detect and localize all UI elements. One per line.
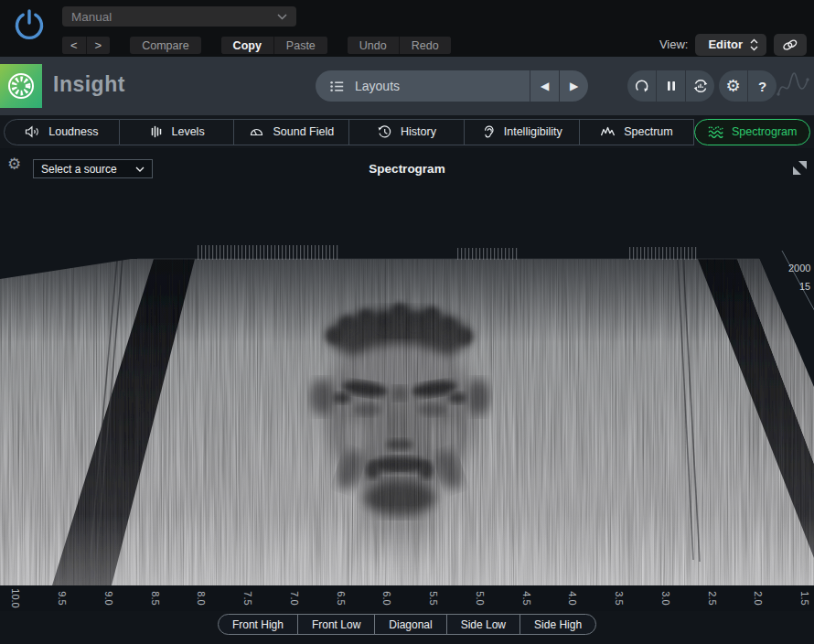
- time-tick-label: 4.0: [567, 591, 578, 605]
- time-tick-label: 9.0: [103, 591, 114, 605]
- izotope-logo: [0, 64, 42, 108]
- tab-label: History: [401, 125, 436, 138]
- source-value: Select a source: [41, 163, 135, 176]
- toolbar-buttons: < > Compare Copy Paste Undo Redo: [62, 37, 471, 54]
- view-dropdown[interactable]: Editor: [695, 34, 766, 56]
- view-value: Editor: [708, 38, 743, 51]
- gear-icon: ⚙: [7, 156, 21, 173]
- list-icon: [330, 80, 344, 92]
- undo-button[interactable]: Undo: [348, 37, 399, 54]
- spectrogram-waves-icon: [708, 124, 723, 140]
- source-dropdown[interactable]: Select a source: [33, 159, 153, 178]
- tab-history[interactable]: History: [349, 119, 465, 145]
- host-toolbar: Manual < > Compare Copy Paste Undo Redo: [0, 0, 814, 57]
- layout-prev-button[interactable]: ◀: [530, 70, 559, 102]
- freq-label-2000: 2000: [788, 263, 810, 274]
- time-tick-label: 3.0: [660, 591, 671, 605]
- preset-dropdown[interactable]: Manual: [62, 6, 296, 27]
- time-tick-label: 6.5: [335, 591, 346, 605]
- bottom-highlight: [0, 514, 814, 585]
- settings-button[interactable]: ⚙: [719, 70, 747, 102]
- compare-group: Compare: [130, 37, 200, 54]
- link-icon: [781, 38, 799, 51]
- redo-button[interactable]: Redo: [399, 37, 451, 54]
- side-high-button[interactable]: Side High: [519, 615, 595, 634]
- freq-label-1500: 15: [799, 281, 810, 292]
- tab-label: Sound Field: [273, 125, 334, 138]
- ear-icon: [481, 124, 496, 139]
- time-tick-label: 4.5: [520, 591, 531, 605]
- help-button[interactable]: ?: [748, 70, 777, 102]
- gear-icon: ⚙: [725, 78, 740, 94]
- time-tick-label: 3.5: [614, 591, 625, 605]
- time-tick-label: 6.0: [381, 591, 392, 605]
- loop-button[interactable]: [627, 70, 656, 102]
- forward-button[interactable]: >: [86, 37, 111, 54]
- time-tick-label: 5.5: [428, 591, 439, 605]
- reset-meters-button[interactable]: [686, 70, 714, 102]
- transport-controls: [627, 70, 714, 102]
- time-tick-label: 2.0: [753, 591, 764, 605]
- meter-tabbar: Loudness Levels Sound Field: [0, 115, 814, 148]
- settings-controls: ⚙ ?: [719, 70, 777, 102]
- front-low-button[interactable]: Front Low: [297, 615, 374, 634]
- layouts-label: Layouts: [355, 79, 530, 93]
- pause-button[interactable]: [657, 70, 685, 102]
- time-tick-label: 7.5: [242, 591, 253, 605]
- time-tick-label: 10.0: [10, 588, 21, 607]
- history-clock-icon: [377, 124, 392, 139]
- tab-spectrogram[interactable]: Spectrogram: [694, 119, 810, 145]
- pinwheel-icon: [6, 71, 36, 101]
- app-title: Insight: [53, 72, 125, 97]
- time-tick-label: 8.5: [149, 591, 160, 605]
- time-tick-label: 5.0: [475, 591, 486, 605]
- spectrogram-3d-view[interactable]: 2000 15: [0, 148, 814, 644]
- tab-label: Spectrogram: [732, 125, 798, 138]
- link-button[interactable]: [774, 34, 807, 56]
- copy-paste-group: Copy Paste: [221, 37, 327, 54]
- expand-icon: [792, 160, 808, 176]
- power-button[interactable]: [9, 5, 49, 46]
- time-tick-label: 9.5: [57, 591, 68, 605]
- tab-sound-field[interactable]: Sound Field: [234, 119, 349, 145]
- time-tick-label: 7.0: [289, 591, 300, 605]
- copy-button[interactable]: Copy: [221, 37, 273, 54]
- nav-group: < >: [62, 37, 110, 54]
- time-tick-label: 2.5: [706, 591, 717, 605]
- speaker-icon: [25, 124, 40, 139]
- panel-settings-button[interactable]: ⚙: [7, 156, 21, 172]
- time-axis: 10.0 9.5 9.0 8.5 8.0 7.5 7.0 6.5 6.0 5.5…: [0, 585, 814, 611]
- reset-meters-icon: [692, 78, 709, 94]
- tab-label: Intelligibility: [504, 125, 562, 138]
- tab-loudness[interactable]: Loudness: [4, 119, 120, 145]
- layout-next-button[interactable]: ▶: [560, 70, 588, 102]
- front-high-button[interactable]: Front High: [219, 615, 297, 634]
- paste-button[interactable]: Paste: [273, 37, 327, 54]
- time-tick-label: 1.5: [799, 591, 810, 605]
- insight-window: Manual < > Compare Copy Paste Undo Redo: [0, 0, 814, 644]
- scribble-signature-icon: [776, 70, 810, 101]
- back-button[interactable]: <: [62, 37, 86, 54]
- tab-intelligibility[interactable]: Intelligibility: [465, 119, 580, 145]
- time-tick-label: 8.0: [196, 591, 207, 605]
- view-angle-group: Front High Front Low Diagonal Side Low S…: [218, 614, 596, 635]
- pause-icon: [663, 78, 680, 94]
- help-icon: ?: [758, 79, 766, 94]
- diagonal-button[interactable]: Diagonal: [374, 615, 445, 634]
- tab-label: Loudness: [48, 125, 98, 138]
- undo-redo-group: Undo Redo: [348, 37, 451, 54]
- tab-spectrum[interactable]: Spectrum: [580, 119, 695, 145]
- side-low-button[interactable]: Side Low: [446, 615, 519, 634]
- compare-button[interactable]: Compare: [130, 37, 200, 54]
- top-shade: [0, 259, 814, 343]
- tab-levels[interactable]: Levels: [120, 119, 235, 145]
- chevron-down-icon: [135, 166, 145, 172]
- level-bars-icon: [149, 124, 164, 139]
- expand-button[interactable]: [791, 160, 808, 177]
- view-angle-buttons: Front High Front Low Diagonal Side Low S…: [0, 614, 814, 635]
- tab-label: Spectrum: [624, 125, 673, 138]
- layouts-dropdown[interactable]: Layouts ◀ ▶: [316, 70, 588, 102]
- spectrogram-panel: 2000 15 ⚙ Select a source Spectrogram 10…: [0, 148, 814, 644]
- spectrum-icon: [600, 124, 616, 139]
- view-label: View:: [659, 38, 689, 51]
